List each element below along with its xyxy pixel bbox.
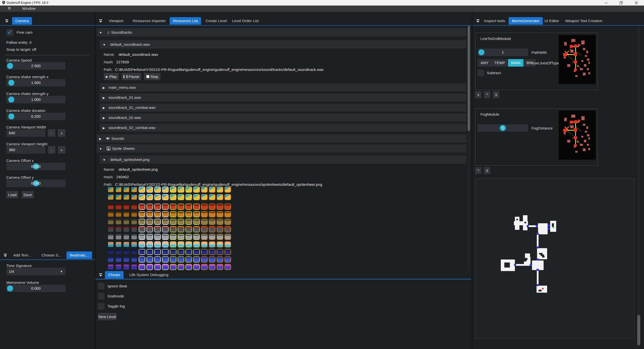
right-scrollbar-thumb[interactable]	[637, 315, 640, 345]
toggle-fog-checkbox[interactable]	[98, 303, 104, 310]
fog-distance-slider[interactable]: 5	[478, 124, 528, 132]
sprite-cell	[147, 257, 153, 262]
collapse-arrow-icon[interactable]: ▼	[99, 147, 102, 151]
sprite-cell	[155, 257, 160, 262]
tab-beatmatching[interactable]: Beatmatc...	[66, 251, 92, 259]
module-delete-button[interactable]: X	[484, 167, 490, 174]
metronome-slider[interactable]: 0.000	[6, 285, 65, 292]
gear-icon[interactable]: ⚙	[8, 6, 11, 11]
save-button[interactable]: Save	[22, 191, 34, 198]
sprite-cell	[194, 249, 199, 254]
expand-arrow-icon[interactable]: ▶	[99, 137, 101, 141]
spritesheets-section-header[interactable]: ▼ Sprite Sheets	[97, 144, 467, 153]
tab-inspect-tools[interactable]: Inspect tools	[481, 17, 508, 25]
offset-y-slider[interactable]: 0.000	[6, 180, 65, 187]
free-cam-checkbox[interactable]: ✓	[6, 29, 13, 36]
soundtrack-item[interactable]: ▶main_menu.wav	[100, 83, 467, 92]
option-main[interactable]: MAIN	[508, 59, 524, 67]
sounds-section-header[interactable]: ▶ Sounds	[97, 134, 467, 143]
shake-x-slider[interactable]: 1.000	[6, 79, 65, 86]
viewport-height-minus-button[interactable]: -	[48, 146, 55, 154]
tab-life-system-debugging[interactable]: Life System Debugging	[126, 271, 172, 279]
module-move-up-button[interactable]: ^	[475, 167, 481, 174]
tab-resources-list[interactable]: Resources List	[170, 17, 201, 25]
tab-viewport[interactable]: Viewport	[105, 17, 127, 25]
module-move-up-button[interactable]: ^	[484, 91, 490, 98]
close-button[interactable]	[630, 0, 642, 6]
tab-weapon-tool-creation[interactable]: Weapon Tool Creation	[562, 17, 606, 25]
camera-speed-slider[interactable]: 2.500	[6, 62, 65, 70]
collapse-arrow-icon[interactable]: ▼	[103, 158, 106, 162]
viewport-width-minus-button[interactable]: -	[48, 129, 55, 137]
expand-arrow-icon[interactable]: ▶	[103, 106, 105, 110]
offset-x-slider[interactable]: 0.000	[6, 163, 65, 170]
tab-biome-generator[interactable]: BiomeGenerator	[509, 17, 543, 25]
generated-level-map-card[interactable]	[475, 178, 635, 339]
time-signature-select[interactable]: 1/4 ▼	[6, 268, 65, 275]
soundtrack-item[interactable]: ▶soundtrack_01_combat.wav	[100, 103, 467, 112]
tab-resources-importer[interactable]: Resources Importer	[129, 17, 169, 25]
stop-button[interactable]: Stop	[144, 73, 161, 80]
panel-menu-icon[interactable]	[99, 19, 102, 23]
viewport-height-input[interactable]: 360	[6, 146, 45, 154]
module-delete-button[interactable]: X	[493, 91, 499, 98]
soundtrack-item-default[interactable]: ▼ default_soundtrack.wav	[100, 40, 467, 49]
titlebar[interactable]: Gudenuff Engine | FPS: 16.3	[0, 0, 644, 6]
viewport-height-label: Camera Viewport Height	[6, 142, 47, 146]
expand-arrow-icon[interactable]: ▶	[103, 116, 105, 120]
sprite-cell	[225, 204, 231, 209]
expand-arrow-icon[interactable]: ▶	[103, 86, 105, 90]
menu-window[interactable]: Window	[22, 6, 35, 11]
godmode-checkbox[interactable]	[98, 293, 104, 299]
fog-module-card: FogModule 5 FogDistance	[475, 108, 598, 166]
minimize-button[interactable]	[600, 0, 612, 6]
sprite-cell	[163, 212, 168, 217]
option-temp[interactable]: TEMP	[491, 59, 508, 67]
tab-cheats[interactable]: Cheats	[105, 271, 124, 279]
sprite-cell	[108, 187, 113, 192]
panel-menu-icon[interactable]	[5, 19, 9, 23]
soundtracks-section-header[interactable]: ▼ ♫ Soundtracks	[97, 28, 467, 36]
tab-choose-s[interactable]: Choose S...	[38, 251, 64, 259]
panel-menu-icon[interactable]	[476, 19, 480, 23]
collapse-arrow-icon[interactable]: ▼	[99, 31, 102, 34]
pathwith-slider[interactable]: 1	[478, 49, 528, 56]
panel-menu-icon[interactable]	[99, 273, 102, 277]
shake-duration-slider[interactable]: 0.200	[6, 113, 65, 120]
viewport-width-input[interactable]: 640	[6, 129, 45, 137]
tab-ui-editor[interactable]: UI Editor	[541, 17, 562, 25]
sprite-cell	[225, 227, 231, 232]
expand-arrow-icon[interactable]: ▶	[103, 96, 105, 100]
viewport-height-plus-button[interactable]: +	[58, 146, 65, 154]
module-move-down-button[interactable]: v	[475, 91, 481, 98]
tab-camera[interactable]: Camera	[12, 17, 32, 25]
load-button[interactable]: Load	[6, 191, 18, 198]
tab-add-template[interactable]: Add Tem...	[10, 251, 34, 259]
sprite-cell	[139, 219, 145, 224]
option-any[interactable]: ANY	[478, 59, 491, 67]
maximize-button[interactable]	[615, 0, 627, 6]
tab-create-level[interactable]: Create Level	[202, 17, 230, 25]
soundtrack-item[interactable]: ▶soundtrack_02.wav	[100, 113, 467, 122]
ignore-beat-checkbox[interactable]	[98, 283, 104, 289]
soundtrack-item[interactable]: ▶soundtrack_01.wav	[100, 93, 467, 102]
soundtrack-item[interactable]: ▶soundtrack_02_combat.wav	[100, 123, 467, 132]
sprite-cell	[225, 212, 231, 217]
shake-y-slider[interactable]: 1.000	[6, 96, 65, 103]
sprite-cell	[209, 249, 215, 254]
viewport-width-plus-button[interactable]: +	[58, 129, 65, 137]
center-scrollbar-thumb[interactable]	[468, 26, 470, 131]
new-level-button[interactable]: New Level	[98, 313, 117, 320]
right-scrollbar-track[interactable]	[637, 26, 640, 346]
spritesheet-item-default[interactable]: ▼ default_spritesheet.png	[100, 155, 467, 164]
shake-y-label: Camera shake strength y	[6, 92, 49, 96]
sprite-cell	[217, 204, 223, 209]
expand-arrow-icon[interactable]: ▶	[103, 126, 105, 130]
collapse-arrow-icon[interactable]: ▼	[103, 43, 106, 47]
tab-level-order-list[interactable]: Level Order List	[229, 17, 262, 25]
sprite-cell	[131, 234, 137, 239]
subtract-checkbox[interactable]	[478, 70, 484, 76]
play-button[interactable]: ▶Play	[104, 73, 119, 80]
panel-menu-icon[interactable]	[4, 253, 7, 257]
pause-button[interactable]: Pause	[122, 73, 141, 80]
